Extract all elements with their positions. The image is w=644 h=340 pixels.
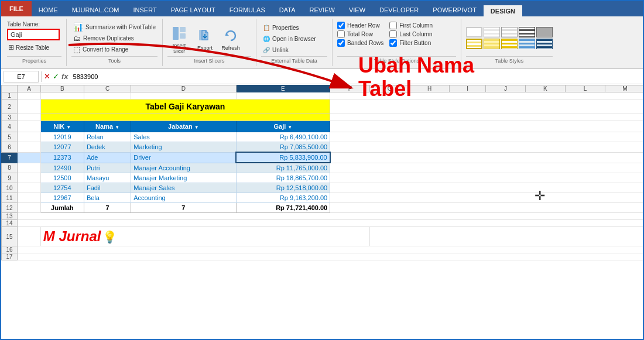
total-row-checkbox[interactable] — [337, 30, 345, 38]
cell-c8[interactable]: Putri — [84, 163, 131, 173]
cell-b3-e3[interactable] — [40, 114, 330, 121]
last-column-option[interactable]: Last Column — [389, 30, 433, 39]
first-column-option[interactable]: First Column — [389, 21, 433, 30]
cell-e10[interactable]: Rp 12,518,000.00 — [236, 183, 330, 193]
cell-f12-m12[interactable] — [330, 203, 644, 213]
convert-to-range-button[interactable]: ⬚ Convert to Range — [71, 44, 157, 55]
cell-b10[interactable]: 12754 — [40, 183, 84, 193]
style-swatch-1[interactable] — [466, 27, 482, 37]
cell-f4-m4[interactable] — [330, 121, 644, 132]
cell-nik-header[interactable]: NIK ▼ — [40, 121, 84, 132]
style-swatch-9[interactable] — [519, 39, 535, 49]
tab-review[interactable]: REVIEW — [303, 4, 342, 16]
summarize-pivot-button[interactable]: 📊 Summarize with PivotTable — [71, 21, 157, 33]
style-swatch-10[interactable] — [536, 39, 553, 49]
cell-row-17[interactable] — [18, 253, 644, 260]
tab-data[interactable]: DATA — [272, 4, 303, 16]
cell-e9[interactable]: Rp 18,865,700.00 — [236, 173, 330, 183]
cell-f7-m7[interactable] — [330, 152, 644, 163]
tab-design[interactable]: DESIGN — [484, 4, 522, 16]
style-swatch-8[interactable] — [501, 39, 518, 49]
nama-dropdown[interactable]: ▼ — [115, 125, 119, 130]
cell-a6[interactable] — [18, 142, 41, 153]
cell-d6[interactable]: Marketing — [131, 142, 236, 153]
cell-c1[interactable] — [84, 92, 131, 99]
filter-button-option[interactable]: Filter Button — [389, 39, 433, 47]
cell-d7[interactable]: Driver — [131, 152, 236, 163]
cell-e1[interactable] — [236, 92, 330, 99]
cell-jabatan-header[interactable]: Jabatan ▼ — [131, 121, 236, 132]
cell-reference-input[interactable] — [4, 71, 39, 83]
cell-e7-selected[interactable]: Rp 5,833,900.00 — [236, 152, 330, 163]
confirm-icon[interactable]: ✓ — [53, 72, 59, 81]
cell-title[interactable]: Tabel Gaji Karyawan — [40, 99, 330, 114]
banded-rows-option[interactable]: Banded Rows — [337, 39, 383, 47]
cell-b9[interactable]: 12500 — [40, 173, 84, 183]
properties-button[interactable]: 📋 Properties — [261, 23, 327, 32]
last-column-checkbox[interactable] — [389, 30, 397, 38]
cell-a9[interactable] — [18, 173, 41, 183]
unlink-button[interactable]: 🔗 Unlink — [261, 46, 327, 54]
cell-c9[interactable]: Masayu — [84, 173, 131, 183]
cell-f10-m10[interactable] — [330, 183, 644, 193]
cell-e11[interactable]: Rp 9,163,200.00 — [236, 193, 330, 203]
cell-c11[interactable]: Bela — [84, 193, 131, 203]
cell-b5[interactable]: 12019 — [40, 132, 84, 142]
cell-d9[interactable]: Manajer Marketing — [131, 173, 236, 183]
cell-d1[interactable] — [131, 92, 236, 99]
refresh-button[interactable]: Refresh — [219, 24, 242, 53]
cell-e8[interactable]: Rp 11,765,000.00 — [236, 163, 330, 173]
cell-f11-m11[interactable] — [330, 193, 644, 203]
tab-powerpivot[interactable]: POWERPIVOT — [426, 4, 484, 16]
cell-d10[interactable]: Manajer Sales — [131, 183, 236, 193]
tab-file[interactable]: FILE — [1, 1, 32, 16]
cell-b6[interactable]: 12077 — [40, 142, 84, 153]
cell-row-16[interactable] — [18, 246, 644, 253]
cell-f5-m5[interactable] — [330, 132, 644, 142]
cell-a15[interactable] — [18, 227, 41, 246]
cell-d12-total[interactable]: 7 — [131, 203, 236, 213]
cell-d8[interactable]: Manajer Accounting — [131, 163, 236, 173]
first-column-checkbox[interactable] — [389, 22, 397, 29]
cell-a1[interactable] — [18, 92, 41, 99]
cell-a2[interactable] — [18, 99, 41, 114]
cell-a5[interactable] — [18, 132, 41, 142]
cell-b11[interactable]: 12967 — [40, 193, 84, 203]
cell-b1[interactable] — [40, 92, 84, 99]
gaji-dropdown[interactable]: ▼ — [287, 125, 292, 130]
tab-formulas[interactable]: FORMULAS — [222, 4, 272, 16]
style-swatch-5[interactable] — [536, 27, 553, 37]
header-row-option[interactable]: Header Row — [337, 21, 383, 30]
cell-c6[interactable]: Dedek — [84, 142, 131, 153]
jabatan-dropdown[interactable]: ▼ — [194, 125, 199, 130]
cell-a11[interactable] — [18, 193, 41, 203]
style-swatch-6[interactable] — [466, 39, 482, 49]
formula-input[interactable] — [71, 72, 643, 81]
cell-f9-m9[interactable] — [330, 173, 644, 183]
cell-h15-m15[interactable] — [370, 227, 644, 246]
cell-gaji-header[interactable]: Gaji ▼ — [236, 121, 330, 132]
nik-dropdown[interactable]: ▼ — [66, 125, 71, 130]
cell-e6[interactable]: Rp 7,085,500.00 — [236, 142, 330, 153]
function-icon[interactable]: fx — [61, 72, 68, 81]
cell-e12-total[interactable]: Rp 71,721,400.00 — [236, 203, 330, 213]
cell-a3[interactable] — [18, 114, 41, 121]
cell-nama-header[interactable]: Nama ▼ — [84, 121, 131, 132]
cell-d5[interactable]: Sales — [131, 132, 236, 142]
tab-view[interactable]: VIEW — [342, 4, 372, 16]
total-row-option[interactable]: Total Row — [337, 30, 383, 39]
cell-row-13[interactable] — [18, 213, 644, 220]
style-swatch-7[interactable] — [484, 39, 500, 49]
cell-c7[interactable]: Ade — [84, 152, 131, 163]
cell-f3-m3[interactable] — [330, 114, 644, 121]
style-swatch-3[interactable] — [501, 27, 518, 37]
style-swatch-4[interactable] — [519, 27, 535, 37]
open-in-browser-button[interactable]: 🌐 Open in Browser — [261, 35, 327, 43]
remove-duplicates-button[interactable]: 🗂 Remove Duplicates — [71, 33, 157, 44]
tab-page-layout[interactable]: PAGE LAYOUT — [164, 4, 222, 16]
cell-c12-total[interactable]: 7 — [84, 203, 131, 213]
cell-a4[interactable] — [18, 121, 41, 132]
tab-developer[interactable]: DEVELOPER — [372, 4, 426, 16]
cell-b8[interactable]: 12490 — [40, 163, 84, 173]
cell-a12[interactable] — [18, 203, 41, 213]
